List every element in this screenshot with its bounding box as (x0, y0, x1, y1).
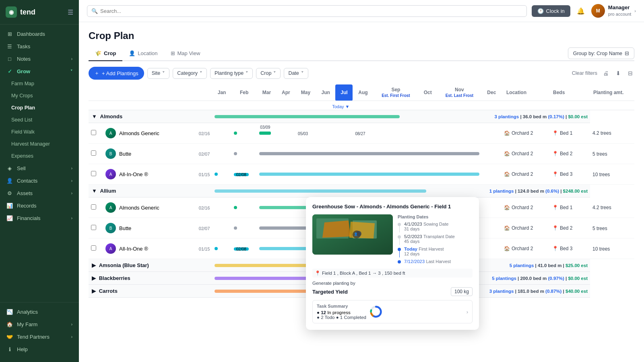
sidebar-item-notes[interactable]: □ Notes › (0, 53, 79, 65)
help-icon: ℹ (6, 346, 13, 352)
sidebar-item-analytics[interactable]: 📉 Analytics (0, 306, 79, 318)
sidebar-item-label: Help (17, 346, 28, 352)
sidebar-item-my-crops[interactable]: My Crops (0, 90, 79, 102)
sidebar-item-label: Dashboards (17, 31, 45, 37)
blackberries-toggle[interactable]: ▶ (92, 275, 96, 281)
logo-text: tend (20, 8, 35, 16)
transplant-dot (398, 235, 401, 239)
start-date: 02/07 (199, 226, 210, 231)
oct-header: Oct (418, 84, 437, 101)
sidebar-item-label: Contacts (17, 178, 37, 184)
start-date: 01/15 (199, 247, 210, 251)
menu-icon[interactable]: ☰ (68, 8, 73, 16)
sidebar-item-tend-partners[interactable]: 🤝 Tend Partners › (0, 331, 79, 343)
sidebar-item-label: Crop Plan (11, 105, 35, 111)
popup-yield-row: Targeted Yield 100 kg (312, 287, 473, 296)
sidebar-item-seed-list[interactable]: Seed List (0, 114, 79, 126)
dashboard-icon: ⊞ (6, 31, 13, 37)
sidebar-item-sell[interactable]: ◈ Sell › (0, 162, 79, 175)
sidebar-item-help[interactable]: ℹ Help (0, 343, 79, 356)
yield-value[interactable]: 100 kg (451, 287, 473, 296)
sidebar-bottom: 📉 Analytics 🏠 My Farm › 🤝 Tend Partners … (0, 302, 79, 362)
row-checkbox[interactable] (91, 171, 96, 176)
amsonia-toggle[interactable]: ▶ (92, 262, 96, 268)
tab-location[interactable]: 👤 Location (122, 47, 164, 61)
sidebar-item-label: Grow (17, 68, 30, 74)
category-filter[interactable]: Category ˅ (173, 68, 207, 79)
transplant-info: 5/2/2023 Transplant Date 45 days (404, 234, 455, 244)
crop-name-cell: A All-In-One ® (102, 241, 182, 256)
sidebar-item-my-farm[interactable]: 🏠 My Farm › (0, 318, 79, 331)
export-button[interactable]: ⬇ (614, 68, 622, 78)
today-label: Today ▼ (332, 104, 349, 109)
task-chevron-icon[interactable]: › (466, 309, 468, 315)
carrots-group-name: Carrots (99, 288, 118, 294)
calendar-container[interactable]: Jan Feb Mar Apr May Jun Jul Aug SepEst. … (89, 84, 634, 362)
planting-type-filter[interactable]: Planting type ˅ (210, 68, 253, 79)
print-button[interactable]: 🖨 (601, 68, 610, 78)
planting-amt-cell: 10 trees (590, 164, 634, 185)
sidebar-item-contacts[interactable]: 👤 Contacts › (0, 175, 79, 187)
allium-toggle[interactable]: ▼ (92, 188, 97, 194)
tab-map-view[interactable]: ⊞ Map View (164, 47, 207, 61)
row-checkbox[interactable] (91, 130, 96, 135)
row-checkbox[interactable] (91, 225, 96, 230)
chevron-right-icon: › (71, 166, 72, 171)
sidebar-header: ◉ tend ☰ (0, 0, 79, 25)
sidebar-item-assets[interactable]: ⚙ Assets › (0, 187, 79, 200)
row-checkbox[interactable] (91, 150, 96, 156)
sidebar-item-grow[interactable]: ✓ Grow ˅ (0, 65, 79, 78)
site-filter[interactable]: Site ˅ (147, 68, 170, 79)
chevron-right-icon: › (71, 179, 72, 183)
row-checkbox[interactable] (91, 204, 96, 210)
sidebar-logo[interactable]: ◉ tend (6, 6, 35, 18)
planting-amt-header: Planting amt. (590, 84, 634, 101)
sidebar-item-farm-map[interactable]: Farm Map (0, 78, 79, 90)
task-summary-box[interactable]: Task Summary ● 12 In progress ● 2 Todo ●… (312, 300, 473, 323)
sidebar-item-field-walk[interactable]: Field Walk (0, 126, 79, 138)
tabs: 🌾 Crop 👤 Location ⊞ Map View Group by: C… (89, 47, 634, 61)
user-section[interactable]: M Manager pro account › (591, 4, 636, 18)
feb-cell (231, 123, 257, 144)
columns-button[interactable]: ⊟ (626, 68, 634, 78)
search-box[interactable]: 🔍 (87, 5, 527, 17)
row-checkbox[interactable] (91, 245, 96, 251)
sidebar-item-records[interactable]: 📊 Records (0, 200, 79, 212)
group-by-button[interactable]: Group by: Crop Name ⊟ (568, 47, 634, 59)
sidebar-item-dashboards[interactable]: ⊞ Dashboards (0, 28, 79, 40)
search-input[interactable] (100, 8, 522, 14)
blackberries-group-name: Blackberries (99, 275, 130, 281)
sidebar-item-financials[interactable]: 📈 Financials › (0, 212, 79, 224)
date-filter[interactable]: Date ˅ (284, 68, 308, 79)
sidebar-item-crop-plan[interactable]: Crop Plan (0, 102, 79, 114)
grow-icon: ✓ (6, 68, 13, 74)
sidebar-item-harvest-manager[interactable]: Harvest Manager (0, 138, 79, 150)
start-date: 02/07 (199, 152, 210, 156)
feb-cell: 02/08 (231, 164, 257, 185)
planting-popup: Greenhouse Sow - Almonds - Almonds Gener… (306, 197, 479, 330)
clear-filters-link[interactable]: Clear filters (572, 70, 597, 76)
notifications-button[interactable]: 🔔 (575, 6, 586, 16)
aug-header: Aug (353, 84, 373, 101)
dec-header: Dec (482, 84, 502, 101)
sidebar-item-expenses[interactable]: Expenses (0, 150, 79, 162)
date-header (184, 84, 212, 101)
financials-icon: 📈 (6, 215, 13, 221)
almonds-toggle[interactable]: ▼ (92, 113, 97, 119)
carrots-toggle[interactable]: ▶ (92, 288, 96, 294)
chevron-right-icon: › (71, 322, 72, 327)
allium-group-name: Allium (100, 188, 116, 194)
allium-summary: 1 plantings | 124.0 bed m (0.6%) | $248.… (482, 185, 590, 197)
chevron-right-icon: › (71, 335, 72, 339)
sidebar-item-tasks[interactable]: ☰ Tasks (0, 40, 79, 53)
sidebar-item-label: My Crops (11, 93, 33, 99)
tend-partners-icon: 🤝 (6, 334, 13, 340)
crop-name: Butte (119, 151, 131, 157)
jun-header: Jun (316, 84, 335, 101)
jan-cell (212, 123, 231, 144)
add-plantings-button[interactable]: ＋ + Add Plantings (89, 67, 144, 80)
clock-in-button[interactable]: 🕐 Clock in (532, 5, 570, 17)
avatar: M (591, 4, 605, 18)
tab-crop[interactable]: 🌾 Crop (89, 47, 122, 61)
crop-filter[interactable]: Crop ˅ (256, 68, 281, 79)
